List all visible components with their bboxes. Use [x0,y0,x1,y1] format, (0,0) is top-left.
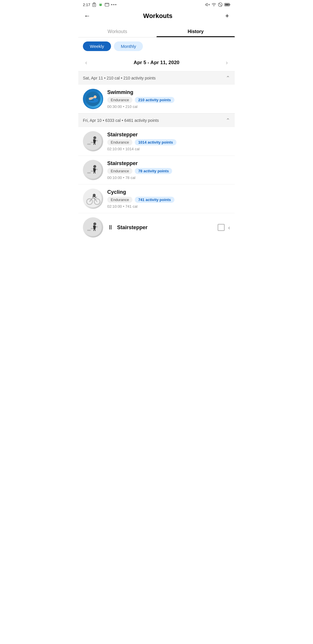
workout-tags-cycling: Endurance 741 activity points [107,197,230,203]
status-time: 2:17 [83,3,90,7]
date-navigator: ‹ Apr 5 - Apr 11, 2020 › [78,55,235,71]
svg-point-27 [93,136,96,139]
android-icon [98,2,103,7]
tag-endurance-stairstepper-2: Endurance [107,168,132,174]
chevron-up-icon[interactable]: ⌃ [226,75,230,81]
svg-point-34 [93,165,96,168]
status-bar: 2:17 ••• [78,0,235,8]
back-mini-icon[interactable]: ‹ [228,224,230,231]
workout-avatar-cycling [83,189,103,209]
tag-points-stairstepper-2: 78 activity points [135,168,172,174]
workout-meta-swimming: 00:30:00 • 210 cal [107,104,230,109]
svg-line-7 [99,3,100,4]
svg-rect-1 [93,3,96,7]
app-bar-title: Workouts [143,12,172,20]
svg-rect-24 [87,144,91,145]
svg-point-23 [84,133,102,150]
tab-workouts[interactable]: Workouts [78,25,156,37]
pause-icon[interactable]: ⏸ [107,224,114,231]
workout-meta-stairstepper-1: 02:10:00 • 1014 cal [107,147,230,151]
block-icon [218,2,223,7]
svg-point-5 [100,4,100,5]
workout-name-stairstepper-2: Stairstepper [107,160,230,167]
svg-rect-47 [87,230,91,231]
tag-points-swimming: 210 activity points [135,97,174,103]
workout-item-stairstepper-1: Stairstepper Endurance 1014 activity poi… [78,127,235,156]
wifi-icon [212,2,216,7]
svg-point-4 [99,4,102,6]
next-date-button[interactable]: › [223,58,230,67]
svg-point-6 [101,4,101,5]
tag-endurance-cycling: Endurance [107,197,132,203]
stairstepper-image-2 [84,161,102,179]
filter-weekly[interactable]: Weekly [83,41,111,51]
day-header-fri-apr10[interactable]: Fri, Apr 10 • 6333 cal • 6461 activity p… [78,113,235,127]
workout-name-swimming: Swimming [107,89,230,95]
msg-icon [105,2,109,7]
svg-point-30 [84,161,102,179]
workout-info-stairstepper-1: Stairstepper Endurance 1014 activity poi… [107,132,230,151]
svg-rect-9 [105,3,109,6]
status-left: 2:17 ••• [83,2,117,7]
workout-info-cycling: Cycling Endurance 741 activity points 02… [107,189,230,209]
workout-info-stairstepper-3: ⏸ Stairstepper ‹ [107,224,230,231]
workout-meta-cycling: 02:10:00 • 741 cal [107,204,230,209]
back-button[interactable]: ← [83,11,92,21]
tag-endurance-swimming: Endurance [107,97,132,103]
svg-rect-22 [88,100,94,101]
svg-point-37 [84,190,102,207]
workout-item-stairstepper-2: Stairstepper Endurance 78 activity point… [78,156,235,184]
svg-point-46 [84,219,102,236]
workout-name-stairstepper-1: Stairstepper [107,132,230,138]
svg-rect-17 [225,4,229,6]
checkbox-icon[interactable] [218,224,225,231]
workout-tags-swimming: Endurance 210 activity points [107,97,230,103]
clipboard-icon [92,2,97,7]
workout-tags-stairstepper-2: Endurance 78 activity points [107,168,230,174]
add-button[interactable]: + [224,11,230,21]
svg-line-8 [101,3,102,4]
filter-row: Weekly Monthly [78,37,235,55]
svg-point-21 [94,95,97,98]
swimming-image [86,92,100,106]
workout-item-stairstepper-3-partial: ⏸ Stairstepper ‹ [78,213,235,239]
workout-meta-stairstepper-2: 00:10:00 • 78 cal [107,176,230,180]
svg-rect-18 [230,4,230,6]
workout-avatar-stairstepper-1 [83,131,103,151]
workout-item-cycling: Cycling Endurance 741 activity points 02… [78,184,235,213]
prev-date-button[interactable]: ‹ [83,58,90,67]
svg-line-15 [219,3,221,6]
tag-points-cycling: 741 activity points [135,197,174,203]
workout-name-stairstepper-3: Stairstepper [117,225,148,231]
day-section-sat-apr11: Sat, Apr 11 • 210 cal • 210 activity poi… [78,71,235,113]
svg-point-50 [93,222,96,225]
stairstepper-image-3 [84,219,102,236]
tag-points-stairstepper-1: 1014 activity points [135,139,176,145]
workout-avatar-stairstepper-3 [83,217,103,238]
battery-icon [224,3,230,6]
day-header-fri-apr10-text: Fri, Apr 10 • 6333 cal • 6461 activity p… [83,118,159,123]
filter-monthly[interactable]: Monthly [114,41,143,51]
workout-avatar-swimming [83,89,103,109]
more-icon: ••• [111,2,117,7]
day-section-fri-apr10: Fri, Apr 10 • 6333 cal • 6461 activity p… [78,113,235,239]
workout-item-swimming: Swimming Endurance 210 activity points 0… [78,85,235,113]
day-header-sat-apr11[interactable]: Sat, Apr 11 • 210 cal • 210 activity poi… [78,71,235,85]
tag-endurance-stairstepper-1: Endurance [107,139,132,145]
workout-tags-stairstepper-1: Endurance 1014 activity points [107,139,230,145]
stairstepper-image-1 [84,133,102,150]
tab-history[interactable]: History [156,25,235,37]
workout-info-swimming: Swimming Endurance 210 activity points 0… [107,89,230,109]
day-header-sat-apr11-text: Sat, Apr 11 • 210 cal • 210 activity poi… [83,76,156,80]
app-bar: ← Workouts + [78,8,235,25]
svg-rect-31 [87,172,91,173]
workout-avatar-stairstepper-2 [83,160,103,180]
cycling-image [84,190,102,207]
workout-name-cycling: Cycling [107,189,230,195]
status-right [205,2,230,7]
workout-info-stairstepper-2: Stairstepper Endurance 78 activity point… [107,160,230,180]
chevron-up-icon-2[interactable]: ⌃ [226,117,230,124]
mute-icon [205,2,210,7]
date-range-text: Apr 5 - Apr 11, 2020 [134,60,179,66]
tabs: Workouts History [78,25,235,37]
